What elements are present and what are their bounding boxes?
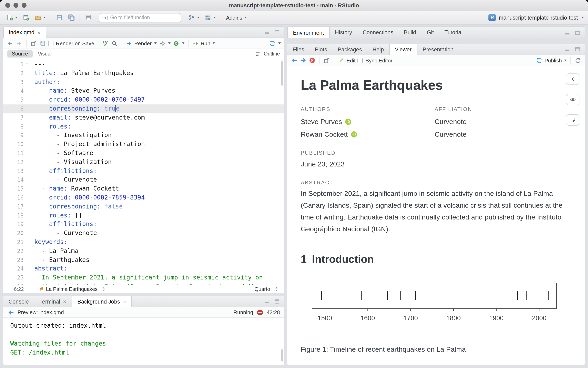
tab-history[interactable]: History xyxy=(330,27,358,38)
code-line[interactable]: 20 - Curvenote xyxy=(3,229,284,238)
minimize-pane-icon[interactable] xyxy=(263,29,270,36)
code-line[interactable]: 1▾--- xyxy=(3,60,284,69)
code-line[interactable]: 22 - La Palma xyxy=(3,247,284,256)
tab-plots[interactable]: Plots xyxy=(310,44,332,55)
collapse-panel-button[interactable] xyxy=(566,74,579,85)
minimize-pane-icon[interactable] xyxy=(564,29,571,36)
code-area[interactable]: 1▾---2title: La Palma Earthquakes3author… xyxy=(3,59,284,285)
minimize-window-button[interactable] xyxy=(13,3,18,8)
clear-icon[interactable] xyxy=(309,57,315,64)
notes-button[interactable] xyxy=(566,114,579,126)
maximize-pane-icon[interactable] xyxy=(273,29,280,36)
project-selector[interactable]: R manuscript-template-rstudio-test xyxy=(489,14,584,21)
save-button[interactable] xyxy=(54,12,65,23)
maximize-pane-icon[interactable] xyxy=(574,46,581,53)
tab-git[interactable]: Git xyxy=(422,27,439,38)
back-icon[interactable] xyxy=(7,40,13,47)
source-publish-button[interactable] xyxy=(269,40,281,47)
minimize-pane-icon[interactable] xyxy=(263,298,270,305)
compile-report-button[interactable]: C xyxy=(172,40,184,47)
code-line[interactable]: 12 - Visualization xyxy=(3,158,284,167)
console-output[interactable]: Output created: index.html Watching file… xyxy=(3,318,284,365)
code-line[interactable]: 21keywords: xyxy=(3,238,284,247)
close-window-button[interactable] xyxy=(5,3,10,8)
close-tab-icon[interactable]: × xyxy=(123,298,126,305)
tab-help[interactable]: Help xyxy=(367,44,389,55)
code-line[interactable]: 13 affiliations: xyxy=(3,167,284,176)
spellcheck-icon[interactable]: ABC xyxy=(102,40,109,47)
code-line[interactable]: 3author: xyxy=(3,78,284,87)
tab-background-jobs[interactable]: Background Jobs× xyxy=(72,296,132,307)
open-file-button[interactable] xyxy=(32,12,48,23)
tab-environment[interactable]: Environment xyxy=(287,27,330,38)
goto-file-input[interactable] xyxy=(99,13,181,22)
render-button[interactable]: Render xyxy=(126,40,156,47)
maximize-pane-icon[interactable] xyxy=(574,29,581,36)
reader-view-button[interactable] xyxy=(566,94,579,105)
publish-button[interactable]: Publish xyxy=(536,57,567,64)
version-control-button[interactable] xyxy=(186,12,202,23)
tab-terminal[interactable]: Terminal× xyxy=(34,296,72,307)
sync-editor-checkbox[interactable]: Sync Editor xyxy=(358,57,393,64)
code-line[interactable]: 18 roles: [] xyxy=(3,211,284,220)
stop-icon[interactable] xyxy=(257,309,263,316)
code-line[interactable]: 5 orcid: 0000-0002-0760-5497 xyxy=(3,95,284,104)
code-line[interactable]: 8 roles: xyxy=(3,122,284,131)
outline-button[interactable]: Outline xyxy=(254,50,280,57)
code-line[interactable]: 9 - Investigation xyxy=(3,131,284,140)
code-line[interactable]: 4 - name: Steve Purves xyxy=(3,87,284,96)
tab-viewer[interactable]: Viewer xyxy=(389,44,417,55)
fold-arrow-icon[interactable]: ▾ xyxy=(26,60,28,69)
viewer-content[interactable]: La Palma Earthquakes AUTHORS AFFILIATION… xyxy=(287,66,585,365)
run-button[interactable]: Run xyxy=(192,40,215,47)
code-line[interactable]: 6 corresponding: true xyxy=(3,104,284,113)
code-line[interactable]: 25 In September 2021, a significant jump… xyxy=(3,273,284,282)
visual-mode-button[interactable]: Visual xyxy=(33,50,56,57)
settings-button[interactable] xyxy=(158,40,170,47)
edit-button[interactable]: Edit xyxy=(338,57,356,64)
code-line[interactable]: 17 corresponding: false xyxy=(3,202,284,211)
minimize-pane-icon[interactable] xyxy=(564,46,571,53)
panes-layout-button[interactable] xyxy=(202,12,218,23)
save-icon[interactable] xyxy=(39,40,46,47)
new-project-button[interactable] xyxy=(20,12,31,23)
popup-icon[interactable] xyxy=(323,57,330,64)
close-tab-icon[interactable]: × xyxy=(37,29,41,36)
source-mode-button[interactable]: Source xyxy=(7,50,32,57)
maximize-pane-icon[interactable] xyxy=(273,298,280,305)
code-line[interactable]: 23 - Earthquakes xyxy=(3,256,284,265)
viewer-forward-icon[interactable] xyxy=(300,57,306,64)
tab-presentation[interactable]: Presentation xyxy=(417,44,459,55)
orcid-icon[interactable]: iD xyxy=(351,131,357,138)
code-line[interactable]: 11 - Software xyxy=(3,149,284,158)
addins-button[interactable]: Addins xyxy=(224,12,249,23)
zoom-window-button[interactable] xyxy=(22,3,27,8)
code-line[interactable]: 19 affiliations: xyxy=(3,220,284,229)
code-line[interactable]: 7 email: steve@curvenote.com xyxy=(3,113,284,122)
code-line[interactable]: 2title: La Palma Earthquakes xyxy=(3,69,284,78)
tab-files[interactable]: Files xyxy=(287,44,310,55)
print-button[interactable] xyxy=(83,12,94,23)
section-selector[interactable]: # La Palma Earthquakes xyxy=(40,285,107,293)
tab-index-qmd[interactable]: index.qmd × xyxy=(3,27,46,38)
save-all-button[interactable] xyxy=(66,12,77,23)
code-line[interactable]: 14 - Curvenote xyxy=(3,176,284,185)
console-scrollbar[interactable] xyxy=(281,349,283,361)
code-line[interactable]: 24abstract: | xyxy=(3,265,284,274)
code-line[interactable]: 15 - name: Rowan Cockett xyxy=(3,184,284,193)
viewer-back-icon[interactable] xyxy=(291,57,297,64)
popup-icon[interactable] xyxy=(30,40,37,47)
new-file-button[interactable] xyxy=(4,12,19,23)
tab-packages[interactable]: Packages xyxy=(332,44,367,55)
tab-console[interactable]: Console xyxy=(3,296,34,307)
mode-selector[interactable]: Quarto xyxy=(255,285,280,293)
orcid-icon[interactable]: iD xyxy=(345,119,351,125)
refresh-icon[interactable] xyxy=(575,57,581,64)
search-icon[interactable] xyxy=(111,40,118,47)
tab-build[interactable]: Build xyxy=(399,27,422,38)
close-tab-icon[interactable]: × xyxy=(63,298,66,305)
code-line[interactable]: 10 - Project administration xyxy=(3,140,284,149)
render-on-save-checkbox[interactable]: Render on Save xyxy=(48,40,94,46)
code-line[interactable]: 26 the island of La Palma (Canary Island… xyxy=(3,282,284,285)
tab-connections[interactable]: Connections xyxy=(358,27,399,38)
